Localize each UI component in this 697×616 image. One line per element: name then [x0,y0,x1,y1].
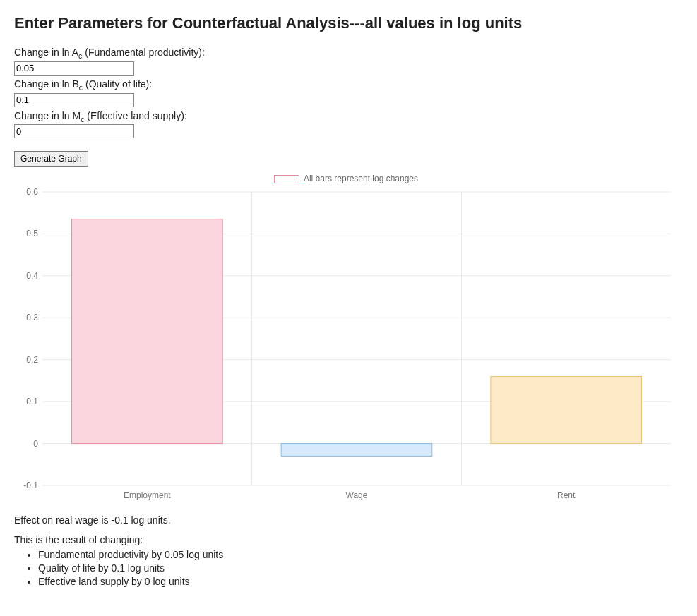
y-tick-label: 0.6 [26,187,38,197]
chart-legend: All bars represent log changes [14,174,678,183]
generate-button[interactable]: Generate Graph [14,151,88,167]
param-b-label: Change in ln Bc (Quality of life): [14,78,683,92]
results-text: Effect on real wage is -0.1 log units. T… [14,514,683,588]
param-b-block: Change in ln Bc (Quality of life): [14,78,683,107]
bar-chart: -0.100.10.20.30.40.50.6EmploymentWageRen… [14,186,678,504]
chart-container: All bars represent log changes -0.100.10… [14,174,678,506]
list-item: Fundamental productivity by 0.05 log uni… [38,548,683,562]
param-b-label-pre: Change in ln B [14,78,79,90]
y-tick-label: 0.2 [26,355,38,365]
param-b-input[interactable] [14,93,134,107]
param-m-block: Change in ln Mc (Effective land supply): [14,110,683,139]
param-m-label: Change in ln Mc (Effective land supply): [14,110,683,123]
param-m-input[interactable] [14,124,134,138]
param-m-label-pre: Change in ln M [14,110,81,121]
param-a-label-pre: Change in ln A [14,47,78,58]
y-tick-label: 0.3 [26,313,38,323]
y-tick-label: 0.4 [26,271,38,281]
x-category-label: Rent [557,490,576,500]
param-a-block: Change in ln Ac (Fundamental productivit… [14,47,683,76]
y-tick-label: 0.5 [26,229,38,239]
param-a-label: Change in ln Ac (Fundamental productivit… [14,47,683,60]
changing-line: This is the result of changing: [14,534,683,545]
legend-text: All bars represent log changes [304,174,418,183]
real-wage-line: Effect on real wage is -0.1 log units. [14,514,683,526]
list-item: Effective land supply by 0 log units [38,575,683,588]
legend-swatch-icon [274,175,299,183]
param-a-input[interactable] [14,61,134,76]
list-item: Quality of life by 0.1 log units [38,562,683,575]
param-a-label-post: (Fundamental productivity): [82,47,205,58]
bar-wage [281,444,432,457]
x-category-label: Wage [346,490,368,500]
changes-list: Fundamental productivity by 0.05 log uni… [14,548,683,588]
param-m-label-post: (Effective land supply): [84,110,186,121]
y-tick-label: 0.1 [26,397,38,407]
y-tick-label: -0.1 [23,481,38,490]
param-b-label-post: (Quality of life): [83,78,152,90]
bar-employment [72,219,223,444]
bar-rent [491,377,642,444]
page-title: Enter Parameters for Counterfactual Anal… [14,14,683,32]
y-tick-label: 0 [33,439,38,449]
x-category-label: Employment [124,490,171,500]
